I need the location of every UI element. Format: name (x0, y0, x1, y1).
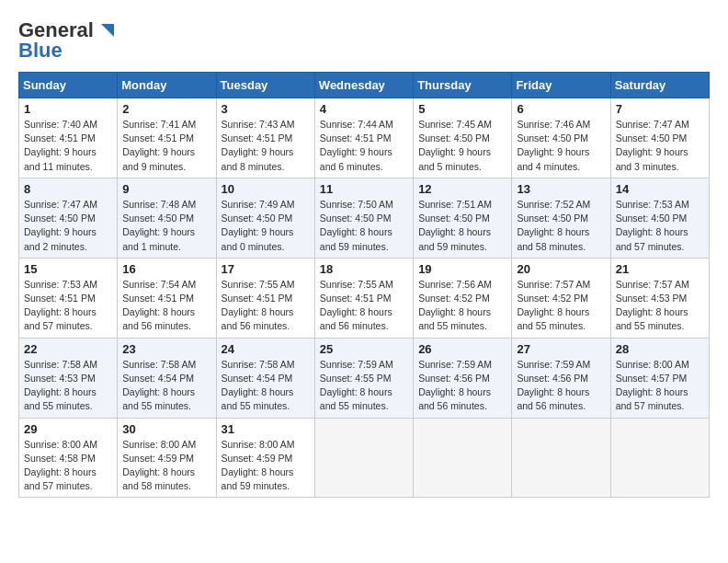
calendar-cell: 19 Sunrise: 7:56 AMSunset: 4:52 PMDaylig… (414, 258, 512, 338)
calendar-header-row: SundayMondayTuesdayWednesdayThursdayFrid… (19, 73, 710, 98)
calendar-cell: 31 Sunrise: 8:00 AMSunset: 4:59 PMDaylig… (216, 418, 314, 498)
calendar-cell: 16 Sunrise: 7:54 AMSunset: 4:51 PMDaylig… (118, 258, 216, 338)
day-info: Sunrise: 7:48 AMSunset: 4:50 PMDaylight:… (122, 199, 196, 252)
calendar-cell (512, 418, 610, 498)
calendar-cell: 14 Sunrise: 7:53 AMSunset: 4:50 PMDaylig… (610, 178, 709, 258)
calendar-cell (314, 418, 413, 498)
day-info: Sunrise: 7:49 AMSunset: 4:50 PMDaylight:… (222, 199, 295, 252)
calendar-table: SundayMondayTuesdayWednesdayThursdayFrid… (18, 72, 710, 498)
calendar-cell (414, 418, 512, 498)
calendar-cell: 11 Sunrise: 7:50 AMSunset: 4:50 PMDaylig… (314, 178, 413, 258)
day-info: Sunrise: 7:53 AMSunset: 4:50 PMDaylight:… (616, 199, 689, 252)
day-number: 19 (418, 262, 506, 276)
day-number: 1 (24, 102, 112, 116)
calendar-cell: 10 Sunrise: 7:49 AMSunset: 4:50 PMDaylig… (216, 178, 314, 258)
day-number: 10 (222, 182, 310, 196)
logo-blue: Blue (18, 39, 63, 63)
weekday-header-wednesday: Wednesday (314, 73, 413, 98)
calendar-cell: 3 Sunrise: 7:43 AMSunset: 4:51 PMDayligh… (216, 98, 314, 178)
day-info: Sunrise: 7:43 AMSunset: 4:51 PMDaylight:… (222, 119, 295, 172)
day-number: 3 (222, 102, 310, 116)
day-number: 2 (122, 102, 210, 116)
weekday-header-sunday: Sunday (19, 73, 118, 98)
day-number: 9 (122, 182, 210, 196)
calendar-cell: 2 Sunrise: 7:41 AMSunset: 4:51 PMDayligh… (118, 98, 216, 178)
logo-icon (96, 20, 116, 40)
weekday-header-friday: Friday (512, 73, 610, 98)
calendar-cell: 17 Sunrise: 7:55 AMSunset: 4:51 PMDaylig… (216, 258, 314, 338)
day-number: 30 (122, 422, 210, 436)
day-info: Sunrise: 8:00 AMSunset: 4:57 PMDaylight:… (616, 359, 689, 412)
day-number: 20 (517, 262, 605, 276)
day-info: Sunrise: 7:52 AMSunset: 4:50 PMDaylight:… (517, 199, 590, 252)
day-info: Sunrise: 7:54 AMSunset: 4:51 PMDaylight:… (122, 279, 196, 332)
calendar-cell: 30 Sunrise: 8:00 AMSunset: 4:59 PMDaylig… (118, 418, 216, 498)
calendar-cell: 20 Sunrise: 7:57 AMSunset: 4:52 PMDaylig… (512, 258, 610, 338)
day-number: 21 (616, 262, 704, 276)
day-number: 26 (418, 342, 506, 356)
day-info: Sunrise: 7:47 AMSunset: 4:50 PMDaylight:… (24, 199, 97, 252)
calendar-cell: 21 Sunrise: 7:57 AMSunset: 4:53 PMDaylig… (610, 258, 709, 338)
day-info: Sunrise: 7:45 AMSunset: 4:50 PMDaylight:… (418, 119, 492, 172)
day-number: 5 (418, 102, 506, 116)
day-number: 18 (320, 262, 408, 276)
calendar-cell: 1 Sunrise: 7:40 AMSunset: 4:51 PMDayligh… (19, 98, 118, 178)
calendar-week-1: 1 Sunrise: 7:40 AMSunset: 4:51 PMDayligh… (19, 98, 710, 178)
calendar-cell: 18 Sunrise: 7:55 AMSunset: 4:51 PMDaylig… (314, 258, 413, 338)
calendar-body: 1 Sunrise: 7:40 AMSunset: 4:51 PMDayligh… (19, 98, 710, 498)
day-info: Sunrise: 8:00 AMSunset: 4:58 PMDaylight:… (24, 439, 97, 492)
calendar-week-4: 22 Sunrise: 7:58 AMSunset: 4:53 PMDaylig… (19, 338, 710, 418)
day-number: 31 (222, 422, 310, 436)
day-number: 15 (24, 262, 112, 276)
day-info: Sunrise: 7:57 AMSunset: 4:53 PMDaylight:… (616, 279, 689, 332)
calendar-cell: 6 Sunrise: 7:46 AMSunset: 4:50 PMDayligh… (512, 98, 610, 178)
day-number: 29 (24, 422, 112, 436)
day-info: Sunrise: 7:59 AMSunset: 4:55 PMDaylight:… (320, 359, 393, 412)
day-info: Sunrise: 7:55 AMSunset: 4:51 PMDaylight:… (222, 279, 295, 332)
day-info: Sunrise: 7:57 AMSunset: 4:52 PMDaylight:… (517, 279, 590, 332)
day-info: Sunrise: 7:58 AMSunset: 4:54 PMDaylight:… (222, 359, 295, 412)
calendar-cell: 24 Sunrise: 7:58 AMSunset: 4:54 PMDaylig… (216, 338, 314, 418)
day-info: Sunrise: 7:58 AMSunset: 4:54 PMDaylight:… (122, 359, 196, 412)
day-number: 4 (320, 102, 408, 116)
day-number: 13 (517, 182, 605, 196)
day-number: 22 (24, 342, 112, 356)
calendar-cell: 22 Sunrise: 7:58 AMSunset: 4:53 PMDaylig… (19, 338, 118, 418)
calendar-week-3: 15 Sunrise: 7:53 AMSunset: 4:51 PMDaylig… (19, 258, 710, 338)
svg-marker-0 (101, 24, 114, 37)
day-number: 27 (517, 342, 605, 356)
weekday-header-monday: Monday (118, 73, 216, 98)
day-info: Sunrise: 8:00 AMSunset: 4:59 PMDaylight:… (122, 439, 196, 492)
logo: General Blue (18, 18, 116, 63)
day-info: Sunrise: 7:58 AMSunset: 4:53 PMDaylight:… (24, 359, 97, 412)
page-header: General Blue (18, 18, 710, 63)
weekday-header-thursday: Thursday (414, 73, 512, 98)
day-number: 12 (418, 182, 506, 196)
day-number: 6 (517, 102, 605, 116)
calendar-cell: 25 Sunrise: 7:59 AMSunset: 4:55 PMDaylig… (314, 338, 413, 418)
day-info: Sunrise: 7:59 AMSunset: 4:56 PMDaylight:… (517, 359, 590, 412)
calendar-cell: 28 Sunrise: 8:00 AMSunset: 4:57 PMDaylig… (610, 338, 709, 418)
calendar-cell: 7 Sunrise: 7:47 AMSunset: 4:50 PMDayligh… (610, 98, 709, 178)
calendar-cell: 9 Sunrise: 7:48 AMSunset: 4:50 PMDayligh… (118, 178, 216, 258)
day-number: 23 (122, 342, 210, 356)
calendar-cell: 23 Sunrise: 7:58 AMSunset: 4:54 PMDaylig… (118, 338, 216, 418)
day-info: Sunrise: 7:47 AMSunset: 4:50 PMDaylight:… (616, 119, 689, 172)
day-number: 16 (122, 262, 210, 276)
calendar-cell (610, 418, 709, 498)
day-number: 8 (24, 182, 112, 196)
day-info: Sunrise: 7:44 AMSunset: 4:51 PMDaylight:… (320, 119, 393, 172)
day-info: Sunrise: 7:41 AMSunset: 4:51 PMDaylight:… (122, 119, 196, 172)
day-info: Sunrise: 7:53 AMSunset: 4:51 PMDaylight:… (24, 279, 97, 332)
day-number: 7 (616, 102, 704, 116)
day-info: Sunrise: 7:40 AMSunset: 4:51 PMDaylight:… (24, 119, 97, 172)
calendar-week-2: 8 Sunrise: 7:47 AMSunset: 4:50 PMDayligh… (19, 178, 710, 258)
calendar-week-5: 29 Sunrise: 8:00 AMSunset: 4:58 PMDaylig… (19, 418, 710, 498)
day-number: 25 (320, 342, 408, 356)
day-number: 24 (222, 342, 310, 356)
day-number: 28 (616, 342, 704, 356)
day-info: Sunrise: 7:51 AMSunset: 4:50 PMDaylight:… (418, 199, 492, 252)
calendar-cell: 29 Sunrise: 8:00 AMSunset: 4:58 PMDaylig… (19, 418, 118, 498)
calendar-cell: 12 Sunrise: 7:51 AMSunset: 4:50 PMDaylig… (414, 178, 512, 258)
weekday-header-saturday: Saturday (610, 73, 709, 98)
